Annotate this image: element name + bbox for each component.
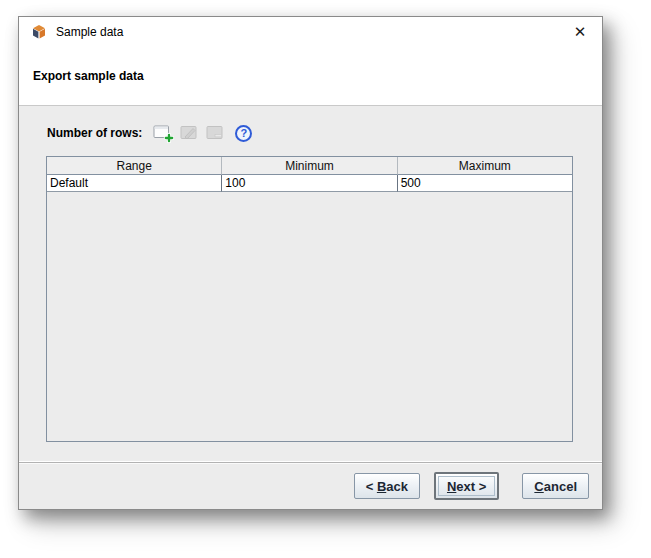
next-label-mnemonic: N <box>447 479 456 494</box>
rows-toolbar: Number of rows: <box>47 121 255 145</box>
column-header-minimum: Minimum <box>222 157 397 175</box>
remove-range-button[interactable] <box>206 123 226 143</box>
next-label-post: ext > <box>456 479 486 494</box>
next-button[interactable]: Next > <box>434 472 499 500</box>
back-label-post: ack <box>386 479 408 494</box>
number-of-rows-label: Number of rows: <box>47 126 142 140</box>
table-remove-icon <box>206 124 226 142</box>
close-icon[interactable]: ✕ <box>570 22 590 42</box>
cancel-label-post: ancel <box>544 479 577 494</box>
ranges-table: Range Minimum Maximum Default 100 500 <box>46 156 573 442</box>
column-header-range: Range <box>47 157 222 175</box>
wizard-button-bar: < Back Next > Cancel <box>19 462 602 509</box>
back-button[interactable]: < Back <box>354 473 420 499</box>
window-title: Sample data <box>56 25 123 39</box>
table-add-icon <box>153 124 174 143</box>
add-range-button[interactable] <box>153 123 174 143</box>
edit-range-button[interactable] <box>180 123 200 143</box>
back-label-pre: < <box>366 479 377 494</box>
page-title: Export sample data <box>33 69 602 83</box>
cancel-label-mnemonic: C <box>534 479 543 494</box>
dialog-header-section: Sample data ✕ Export sample data <box>19 17 602 106</box>
help-button[interactable]: ? <box>235 123 252 143</box>
app-icon <box>31 24 47 40</box>
table-header-row: Range Minimum Maximum <box>47 157 572 175</box>
dialog-content: Number of rows: <box>19 106 602 461</box>
table-row[interactable]: Default 100 500 <box>47 175 572 192</box>
cell-range[interactable]: Default <box>47 175 222 192</box>
cell-maximum[interactable]: 500 <box>398 175 572 192</box>
sample-data-dialog: Sample data ✕ Export sample data Number … <box>18 16 603 510</box>
cancel-button[interactable]: Cancel <box>522 473 589 499</box>
cell-minimum[interactable]: 100 <box>222 175 397 192</box>
titlebar: Sample data ✕ <box>19 17 602 47</box>
back-label-mnemonic: B <box>377 479 386 494</box>
column-header-maximum: Maximum <box>398 157 572 175</box>
help-icon: ? <box>235 125 252 142</box>
table-edit-icon <box>180 124 200 142</box>
